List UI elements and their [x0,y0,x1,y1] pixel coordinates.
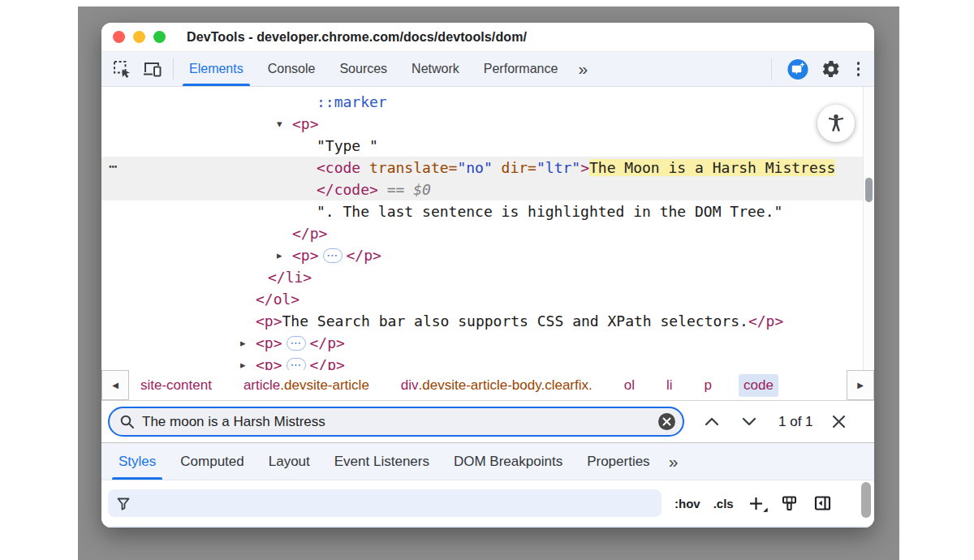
dom-node-segment: </ol> [256,291,300,308]
dom-tree-row[interactable]: "Type " [101,135,874,157]
dom-tree-row[interactable]: </ol> [101,288,874,310]
styles-tab-properties[interactable]: Properties [575,443,662,480]
dom-node-segment: </p> [310,334,345,351]
filter-toggle-buttons: :hov.cls [662,497,734,510]
collapsed-content-icon[interactable]: ⋯ [287,358,306,370]
rendering-brush-icon[interactable] [781,495,798,512]
dom-node-segment: <code [317,159,360,176]
minimize-window-button[interactable] [133,31,145,43]
breadcrumb-item[interactable]: li [662,374,678,397]
breadcrumb-left-arrow-icon[interactable]: ◀ [101,370,129,400]
search-input[interactable] [142,414,658,430]
breadcrumb-item[interactable]: site-content [136,374,217,397]
toolbar-left-icons [101,58,170,80]
new-style-rule-button[interactable]: ◢ [748,495,765,511]
toolbar-separator [173,58,174,80]
expand-arrow-icon[interactable]: ▾ [277,113,282,135]
breadcrumb-segment: li [666,377,673,394]
filter-funnel-icon [116,496,131,511]
breadcrumb-item[interactable]: p [700,374,717,397]
close-search-icon[interactable] [828,411,851,433]
tab-console[interactable]: Console [256,52,328,86]
filter-toggle-cls[interactable]: .cls [713,497,734,510]
tab-performance[interactable]: Performance [472,52,571,86]
breadcrumb-segment: site-content [140,377,212,394]
expand-arrow-icon[interactable]: ▸ [240,332,246,354]
dom-tree-row[interactable]: ▸<p>⋯</p> [101,332,874,354]
settings-gear-icon[interactable] [821,58,842,80]
next-result-icon[interactable] [738,411,761,433]
breadcrumb-segment: ol [624,377,635,394]
dom-tree-row[interactable]: ▸<p>⋯</p> [101,354,874,370]
dom-node-segment: ::marker [317,93,387,110]
filter-toggle-hov[interactable]: :hov [674,497,700,510]
expand-arrow-icon[interactable]: ▸ [240,354,246,370]
dom-tree-row[interactable]: </p> [101,222,874,244]
inspect-element-icon[interactable] [111,58,132,80]
dom-node-segment: </p> [347,247,381,264]
styles-tab-styles[interactable]: Styles [106,443,168,480]
dom-tree-rows: ::marker▾<p>"Type "⋯<code translate="no"… [101,87,874,370]
kebab-menu-icon[interactable] [854,58,864,80]
tab-sources[interactable]: Sources [327,52,399,86]
dom-node-segment: dir= [493,159,537,176]
dom-node-segment: <p> [256,356,282,370]
styles-tab-dom-breakpoints[interactable]: DOM Breakpoints [442,443,575,480]
dom-tree-row[interactable]: ::marker [101,91,874,113]
styles-tab-computed[interactable]: Computed [168,443,256,480]
expand-arrow-icon[interactable]: ▸ [277,244,282,266]
dom-node-segment: </p> [292,225,327,242]
clear-search-icon[interactable] [658,413,675,430]
breadcrumb-segment: .devsite-article [280,377,369,394]
breadcrumb-item[interactable]: ol [619,374,640,397]
dom-tree-row[interactable]: <p>The Search bar also supports CSS and … [101,310,874,332]
zoom-window-button[interactable] [153,31,166,43]
tab-network[interactable]: Network [399,52,472,86]
styles-more-tabs-icon[interactable]: » [662,443,685,480]
more-tabs-icon[interactable]: » [570,52,596,86]
dom-node-segment: The Search bar also supports CSS and XPa… [282,312,748,330]
search-icon [119,414,135,429]
previous-result-icon[interactable] [700,411,723,433]
search-field[interactable] [108,407,684,437]
breadcrumb-item[interactable]: div.devsite-article-body.clearfix. [396,374,597,397]
dom-tree-row[interactable]: </code> == $0 [101,179,874,200]
panel-tabs: ElementsConsoleSourcesNetworkPerformance [177,52,570,86]
devtools-toolbar: ElementsConsoleSourcesNetworkPerformance… [101,52,874,87]
device-toolbar-icon[interactable] [142,58,163,80]
tab-elements[interactable]: Elements [177,52,256,86]
styles-tab-event-listeners[interactable]: Event Listeners [322,443,442,480]
accessibility-overlay-button[interactable] [817,105,855,142]
dom-node-segment: $0 [413,181,431,198]
new-style-rule-caret-icon: ◢ [763,506,767,513]
dom-tree-pane[interactable]: ::marker▾<p>"Type "⋯<code translate="no"… [101,87,874,370]
dom-tree-row[interactable]: ". The last sentence is highlighted in t… [101,200,874,222]
dom-scrollbar-thumb[interactable] [865,178,873,202]
dom-scrollbar-track[interactable] [863,87,874,370]
dom-node-segment: "no" [457,159,492,176]
breadcrumb-item[interactable]: code [739,374,778,397]
dom-tree-row[interactable]: ▸<p>⋯</p> [101,244,874,266]
traffic-lights [113,31,166,43]
toolbar-right-icons [768,58,875,80]
collapsed-content-icon[interactable]: ⋯ [323,248,343,263]
style-filter-field[interactable] [108,489,662,517]
dom-tree-row[interactable]: </li> [101,266,874,288]
dom-tree-row[interactable]: ⋯<code translate="no" dir="ltr">The Moon… [101,157,874,179]
breadcrumb-segment: code [743,377,774,394]
dom-node-segment: translate= [360,159,457,176]
dom-node-segment: "Type " [317,137,378,154]
breadcrumb: site-contentarticle.devsite-articlediv.d… [129,370,782,400]
ai-assistant-icon[interactable] [787,58,808,80]
collapsed-content-icon[interactable]: ⋯ [287,336,306,351]
styles-scrollbar-thumb[interactable] [861,482,871,518]
styles-tab-layout[interactable]: Layout [256,443,322,480]
close-window-button[interactable] [113,31,125,43]
row-actions-icon[interactable]: ⋯ [109,155,119,177]
breadcrumb-segment: p [705,377,712,394]
dom-node-segment: </li> [268,269,312,286]
breadcrumb-item[interactable]: article.devsite-article [239,374,374,397]
toggle-sidebar-panel-icon[interactable] [814,495,831,511]
breadcrumb-right-arrow-icon[interactable]: ▶ [847,370,874,400]
dom-tree-row[interactable]: ▾<p> [101,113,874,135]
